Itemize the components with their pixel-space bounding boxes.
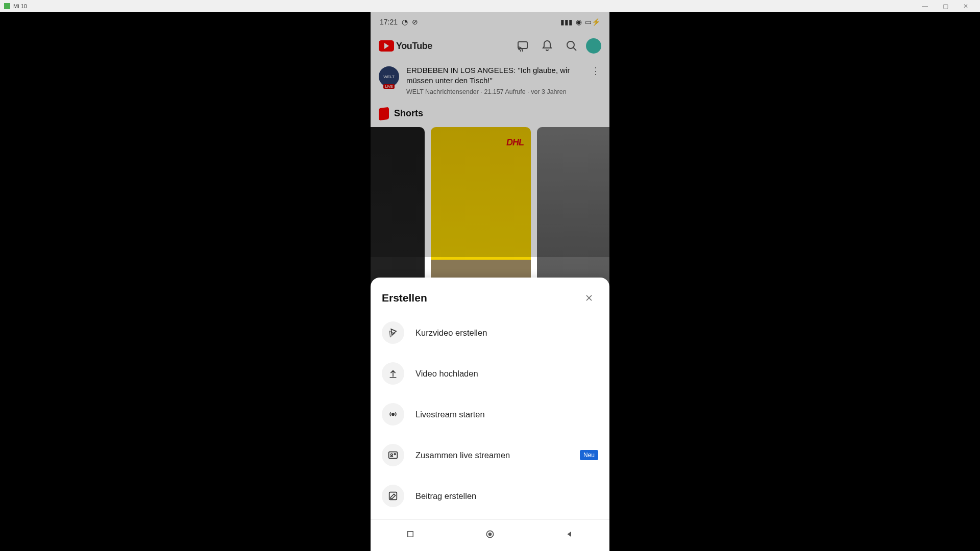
svg-point-1	[567, 41, 574, 48]
cast-icon	[517, 40, 529, 52]
option-label: Livestream starten	[415, 410, 598, 419]
cast-button[interactable]	[512, 36, 533, 56]
shorts-title: Shorts	[394, 108, 423, 119]
window-minimize-button[interactable]: —	[915, 3, 935, 10]
channel-avatar[interactable]: WELT LIVE	[378, 65, 400, 88]
option-create-post[interactable]: Beitrag erstellen	[371, 475, 609, 516]
create-post-icon	[382, 485, 404, 507]
meta-views: 21.157 Aufrufe	[484, 88, 525, 95]
option-label: Zusammen live streamen	[415, 450, 569, 460]
video-meta: WELT Nachrichtensender · 21.157 Aufrufe …	[406, 88, 583, 95]
window-titlebar: Mi 10 — ▢ ✕	[0, 0, 980, 12]
app-icon	[4, 3, 10, 9]
livestream-icon	[382, 403, 404, 425]
close-sheet-button[interactable]	[580, 289, 598, 307]
svg-rect-7	[408, 531, 413, 537]
status-time: 17:21	[380, 18, 398, 26]
circle-icon	[485, 529, 495, 539]
svg-point-5	[394, 454, 396, 455]
svg-point-4	[390, 454, 393, 456]
video-more-button[interactable]: ⋮	[589, 65, 602, 95]
svg-rect-3	[389, 452, 398, 459]
phone-screen: 17:21 ◔ ⊘ ▮▮▮ ◉ ▭⚡ YouTube	[371, 12, 609, 551]
short-thumbnail[interactable]: DHL	[431, 127, 531, 300]
wifi-icon: ◉	[576, 18, 582, 26]
youtube-play-icon	[379, 40, 394, 52]
channel-avatar-text: WELT	[383, 74, 395, 79]
android-nav-bar	[371, 519, 609, 548]
video-feed-item[interactable]: WELT LIVE ERDBEBEN IN LOS ANGELES: "Ich …	[371, 60, 609, 101]
youtube-logo-text: YouTube	[396, 41, 432, 52]
svg-point-2	[392, 413, 395, 416]
stream-together-icon	[382, 444, 404, 466]
search-icon	[566, 40, 578, 52]
shorts-row[interactable]: DHL	[371, 124, 609, 304]
option-label: Beitrag erstellen	[415, 491, 598, 501]
search-button[interactable]	[561, 36, 582, 56]
meta-age: vor 3 Jahren	[531, 88, 566, 95]
nav-recents-button[interactable]	[398, 527, 423, 542]
option-label: Video hochladen	[415, 369, 598, 379]
youtube-header: YouTube	[371, 32, 609, 60]
sheet-title: Erstellen	[382, 292, 427, 304]
desktop: Mi 10 — ▢ ✕ 17:21 ◔ ⊘ ▮▮▮ ◉ ▭⚡	[0, 0, 980, 551]
youtube-logo[interactable]: YouTube	[379, 40, 432, 52]
shorts-section-header: Shorts	[371, 101, 609, 124]
window-title: Mi 10	[13, 3, 27, 9]
signal-icon: ▮▮▮	[560, 18, 573, 26]
create-bottom-sheet: Erstellen Kurzvideo erstellen Video h	[371, 278, 609, 551]
option-start-livestream[interactable]: Livestream starten	[371, 394, 609, 435]
short-brand-text: DHL	[506, 137, 524, 148]
short-thumbnail[interactable]	[371, 127, 425, 300]
shorts-create-icon	[382, 321, 404, 344]
status-indicator-icon: ◔	[402, 18, 408, 26]
live-badge: LIVE	[383, 84, 394, 89]
video-info: ERDBEBEN IN LOS ANGELES: "Ich glaube, wi…	[406, 65, 583, 95]
new-badge: Neu	[580, 450, 598, 460]
status-dnd-icon: ⊘	[412, 18, 418, 26]
mirror-stage: 17:21 ◔ ⊘ ▮▮▮ ◉ ▭⚡ YouTube	[0, 12, 980, 551]
option-stream-together[interactable]: Zusammen live streamen Neu	[371, 435, 609, 475]
short-thumbnail[interactable]	[537, 127, 609, 300]
square-icon	[406, 530, 415, 539]
option-create-short[interactable]: Kurzvideo erstellen	[371, 312, 609, 353]
svg-point-9	[489, 533, 492, 535]
triangle-back-icon	[565, 530, 574, 539]
window-maximize-button[interactable]: ▢	[935, 3, 955, 10]
option-upload-video[interactable]: Video hochladen	[371, 353, 609, 394]
account-avatar[interactable]	[586, 38, 601, 54]
shorts-icon	[379, 107, 389, 120]
meta-channel: WELT Nachrichtensender	[406, 88, 479, 95]
option-label: Kurzvideo erstellen	[415, 328, 598, 338]
video-title: ERDBEBEN IN LOS ANGELES: "Ich glaube, wi…	[406, 65, 583, 86]
upload-icon	[382, 362, 404, 385]
battery-icon: ▭⚡	[585, 18, 600, 26]
notifications-button[interactable]	[537, 36, 557, 56]
window-close-button[interactable]: ✕	[955, 3, 976, 10]
nav-home-button[interactable]	[477, 527, 503, 542]
bell-icon	[541, 40, 553, 52]
android-status-bar: 17:21 ◔ ⊘ ▮▮▮ ◉ ▭⚡	[371, 12, 609, 32]
nav-back-button[interactable]	[557, 527, 582, 542]
close-icon	[584, 293, 594, 303]
